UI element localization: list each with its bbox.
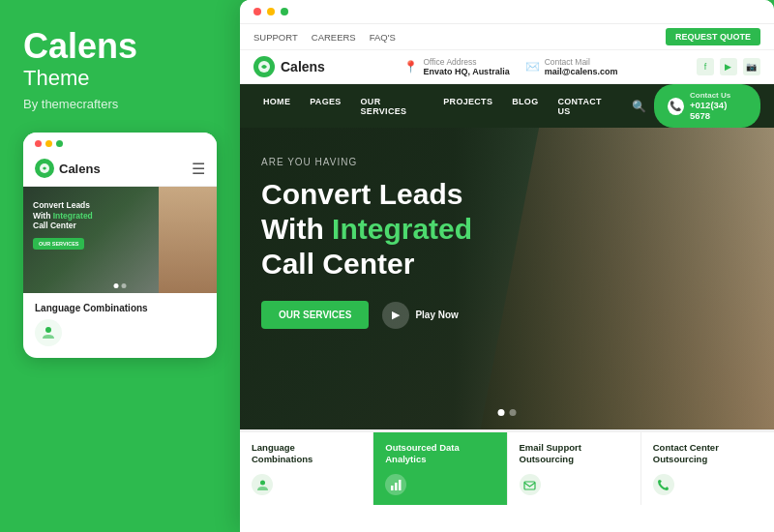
svg-point-1: [45, 327, 51, 333]
nav-pages[interactable]: PAGES: [300, 88, 350, 125]
browser-mockup: SUPPORT CAREERS FAQ'S REQUEST QUOTE Cale…: [240, 0, 774, 532]
mobile-logo-bar: Calens ☰: [23, 153, 217, 187]
cta-phone: +012(34) 5678: [690, 100, 747, 121]
instagram-icon[interactable]: 📷: [743, 58, 760, 75]
contact-cta[interactable]: 📞 Contact Us +012(34) 5678: [654, 84, 760, 128]
hero-actions: OUR SERVICES ▶ Play Now: [261, 301, 472, 329]
service-icon-4: [653, 474, 674, 495]
mobile-person-icon: [35, 319, 62, 346]
location-icon: 📍: [403, 60, 418, 74]
mobile-hero-dot-2: [122, 283, 127, 288]
site-logo: Calens: [253, 56, 325, 77]
phone-icon: 📞: [668, 98, 684, 115]
brand-title: Calens: [23, 29, 217, 64]
mobile-logo: Calens: [35, 159, 101, 178]
svg-point-3: [260, 480, 265, 485]
top-bar-links: SUPPORT CAREERS FAQ'S: [253, 32, 396, 43]
office-info: 📍 Office Address Envato HQ, Australia: [403, 57, 509, 76]
service-item-2[interactable]: Outsourced DataAnalytics: [373, 432, 507, 505]
mobile-hero-btn[interactable]: OUR SERVICES: [33, 238, 84, 250]
mobile-section-title: Language Combinations: [35, 303, 205, 313]
search-icon[interactable]: 🔍: [632, 100, 646, 113]
services-bar: LanguageCombinations Outsourced DataAnal…: [240, 429, 774, 505]
mobile-mockup: Calens ☰ Convert Leads With Integrated C…: [23, 133, 217, 358]
hero-content: ARE YOU HAVING Convert Leads With Integr…: [261, 157, 472, 329]
contact-info: ✉️ Contact Mail mail@calens.com: [525, 57, 618, 76]
site-nav: HOME PAGES OUR SERVICES PROJECTS BLOG CO…: [240, 84, 774, 128]
svg-rect-5: [395, 483, 398, 490]
mobile-dot-green: [56, 140, 63, 147]
hamburger-icon[interactable]: ☰: [192, 160, 205, 178]
hero-pretitle: ARE YOU HAVING: [261, 157, 472, 167]
nav-projects[interactable]: PROJECTS: [433, 88, 502, 125]
mobile-hero-person: [159, 187, 217, 293]
browser-dot-red: [253, 8, 261, 15]
service-name-4: Contact CenterOutsourcing: [653, 442, 762, 466]
site-logo-icon: [253, 56, 275, 77]
service-item-4[interactable]: Contact CenterOutsourcing: [641, 432, 774, 505]
nav-blog[interactable]: BLOG: [502, 88, 548, 125]
mobile-logo-text: Calens: [59, 162, 101, 176]
topbar-support[interactable]: SUPPORT: [253, 32, 298, 43]
service-item-1[interactable]: LanguageCombinations: [240, 432, 373, 505]
play-label: Play Now: [415, 310, 458, 320]
play-circle-icon: ▶: [382, 302, 409, 329]
cta-label: Contact Us: [690, 91, 747, 100]
service-icon-3: [520, 474, 541, 495]
mobile-hero-text: Convert Leads With Integrated Call Cente…: [33, 200, 93, 250]
hero-play-btn[interactable]: ▶ Play Now: [382, 302, 458, 329]
service-item-3[interactable]: Email SupportOutsourcing: [508, 432, 641, 505]
brand-subtitle: Theme: [23, 66, 217, 91]
hero-section: ARE YOU HAVING Convert Leads With Integr…: [240, 128, 774, 429]
svg-rect-7: [524, 482, 535, 489]
service-name-1: LanguageCombinations: [252, 442, 361, 466]
service-name-3: Email SupportOutsourcing: [520, 442, 629, 466]
topbar-careers[interactable]: CAREERS: [312, 32, 356, 43]
mobile-hero: Convert Leads With Integrated Call Cente…: [23, 187, 217, 293]
mobile-hero-heading: Convert Leads With Integrated Call Cente…: [33, 200, 93, 231]
mail-icon: ✉️: [525, 60, 540, 74]
request-quote-button[interactable]: REQUEST QUOTE: [666, 28, 760, 45]
contact-value: mail@calens.com: [545, 67, 618, 76]
mobile-chrome: [23, 133, 217, 153]
browser-chrome: [240, 0, 774, 24]
hero-services-btn[interactable]: OUR SERVICES: [261, 301, 369, 329]
nav-links: HOME PAGES OUR SERVICES PROJECTS BLOG CO…: [253, 88, 622, 125]
mobile-dot-yellow: [45, 140, 52, 147]
svg-rect-4: [391, 486, 394, 490]
header-info: 📍 Office Address Envato HQ, Australia ✉️…: [403, 57, 617, 76]
service-name-2: Outsourced DataAnalytics: [385, 442, 494, 466]
mobile-hero-dot-1: [114, 283, 119, 288]
contact-label: Contact Mail: [545, 57, 618, 67]
nav-contact[interactable]: CONTACT US: [548, 88, 621, 125]
browser-dot-yellow: [267, 8, 275, 15]
top-bar: SUPPORT CAREERS FAQ'S REQUEST QUOTE: [240, 24, 774, 50]
mobile-dot-red: [35, 140, 42, 147]
facebook-icon[interactable]: f: [697, 58, 714, 75]
mobile-hero-dots: [114, 283, 127, 288]
service-icon-2: [385, 474, 406, 495]
browser-dot-green: [281, 8, 288, 15]
svg-rect-6: [399, 480, 402, 490]
brand-by: By themecrafters: [23, 97, 217, 111]
social-links: f ▶ 📷: [697, 58, 760, 75]
nav-services[interactable]: OUR SERVICES: [351, 88, 434, 125]
youtube-icon[interactable]: ▶: [720, 58, 737, 75]
hero-dots: [498, 409, 517, 416]
hero-title: Convert Leads With Integrated Call Cente…: [261, 177, 472, 281]
office-label: Office Address: [423, 57, 509, 67]
hero-dot-1[interactable]: [498, 409, 505, 416]
nav-home[interactable]: HOME: [253, 88, 300, 125]
service-icon-1: [252, 474, 273, 495]
mobile-logo-icon: [35, 159, 54, 178]
hero-dot-2[interactable]: [510, 409, 517, 416]
mobile-window-dots: [35, 140, 63, 147]
site-logo-text: Calens: [281, 59, 325, 74]
topbar-faq[interactable]: FAQ'S: [370, 32, 396, 43]
left-panel: Calens Theme By themecrafters Calens ☰: [0, 0, 240, 532]
mobile-card-body: Language Combinations: [23, 293, 217, 358]
office-value: Envato HQ, Australia: [423, 67, 509, 76]
site-header: Calens 📍 Office Address Envato HQ, Austr…: [240, 50, 774, 84]
